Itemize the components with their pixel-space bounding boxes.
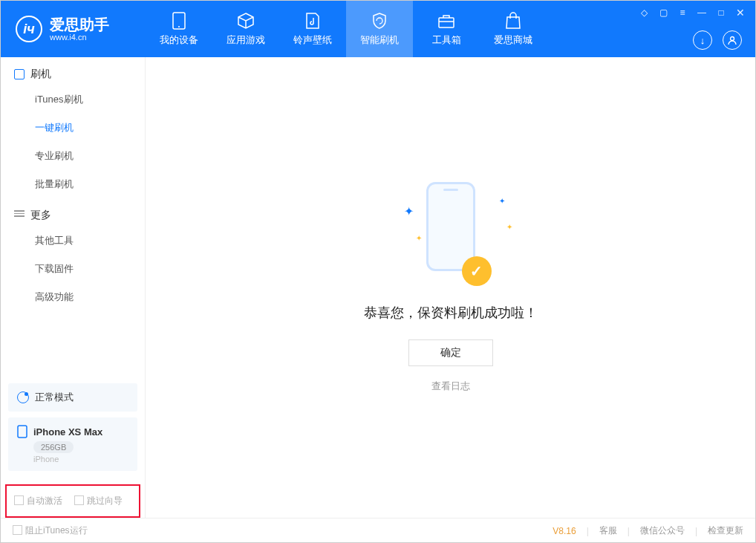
svg-point-3 — [731, 37, 734, 41]
main-content: ✓ ✦✦✦✦ 恭喜您，保资料刷机成功啦！ 确定 查看日志 — [146, 57, 755, 518]
logo-area: iч 爱思助手 www.i4.cn — [1, 16, 146, 42]
tab-store[interactable]: 爱思商城 — [480, 1, 547, 57]
sidebar-item-itunes-flash[interactable]: iTunes刷机 — [1, 85, 145, 114]
menu-icon[interactable]: ≡ — [677, 7, 688, 18]
cube-icon — [236, 11, 255, 30]
footer: 阻止iTunes运行 V8.16 | 客服 | 微信公众号 | 检查更新 — [1, 518, 755, 543]
app-title: 爱思助手 — [50, 16, 109, 33]
sidebar-item-other-tools[interactable]: 其他工具 — [1, 227, 145, 255]
nav-tabs: 我的设备 应用游戏 铃声壁纸 智能刷机 工具箱 爱思商城 — [146, 1, 547, 57]
sidebar-item-oneclick-flash[interactable]: 一键刷机 — [1, 114, 145, 142]
check-update-link[interactable]: 检查更新 — [708, 524, 743, 537]
svg-rect-2 — [439, 18, 454, 27]
device-small-icon — [17, 425, 27, 438]
user-button[interactable] — [723, 30, 742, 50]
note-icon[interactable]: ▢ — [657, 7, 669, 18]
tab-ring-wall[interactable]: 铃声壁纸 — [279, 1, 346, 57]
check-badge-icon: ✓ — [462, 256, 492, 286]
mode-icon — [17, 391, 29, 403]
ok-button[interactable]: 确定 — [408, 339, 493, 366]
skip-guide-checkbox[interactable]: 跳过向导 — [74, 495, 123, 507]
maximize-button[interactable]: □ — [715, 7, 727, 18]
wechat-link[interactable]: 微信公众号 — [640, 524, 685, 537]
list-icon — [14, 210, 25, 221]
shirt-icon[interactable]: ◇ — [638, 7, 650, 18]
tab-apps-games[interactable]: 应用游戏 — [212, 1, 279, 57]
success-illustration: ✓ ✦✦✦✦ — [410, 182, 492, 286]
support-link[interactable]: 客服 — [599, 524, 617, 537]
device-name: iPhone XS Max — [33, 426, 102, 438]
toolbox-icon — [437, 11, 456, 30]
storage-badge: 256GB — [33, 441, 74, 453]
bag-icon — [504, 11, 523, 30]
music-file-icon — [303, 11, 322, 30]
minimize-button[interactable]: ― — [696, 7, 708, 18]
section-flash: 刷机 — [1, 57, 145, 85]
sidebar-item-batch-flash[interactable]: 批量刷机 — [1, 170, 145, 198]
svg-point-1 — [178, 26, 180, 27]
view-log-link[interactable]: 查看日志 — [431, 380, 470, 393]
sidebar: 刷机 iTunes刷机 一键刷机 专业刷机 批量刷机 更多 其他工具 下载固件 … — [1, 57, 146, 518]
download-button[interactable]: ↓ — [693, 30, 712, 50]
tab-toolbox[interactable]: 工具箱 — [413, 1, 480, 57]
success-message: 恭喜您，保资料刷机成功啦！ — [364, 304, 538, 322]
close-button[interactable]: ✕ — [734, 7, 746, 19]
sidebar-item-advanced[interactable]: 高级功能 — [1, 283, 145, 311]
sidebar-item-download-fw[interactable]: 下载固件 — [1, 255, 145, 283]
window-controls: ◇ ▢ ≡ ― □ ✕ — [638, 7, 746, 19]
phone-small-icon — [14, 69, 25, 79]
options-box: 自动激活 跳过向导 — [5, 484, 140, 518]
mode-label: 正常模式 — [35, 391, 74, 404]
device-icon — [169, 11, 189, 30]
version-label: V8.16 — [553, 526, 576, 536]
device-type: iPhone — [33, 455, 128, 464]
app-subtitle: www.i4.cn — [50, 33, 109, 42]
shield-refresh-icon — [370, 11, 389, 30]
mode-card[interactable]: 正常模式 — [8, 383, 137, 412]
sidebar-item-pro-flash[interactable]: 专业刷机 — [1, 142, 145, 170]
tab-my-device[interactable]: 我的设备 — [146, 1, 212, 57]
block-itunes-checkbox[interactable]: 阻止iTunes运行 — [13, 524, 88, 537]
svg-rect-4 — [18, 426, 27, 438]
device-card[interactable]: iPhone XS Max 256GB iPhone — [8, 417, 137, 471]
tab-smart-flash[interactable]: 智能刷机 — [346, 1, 413, 57]
section-more: 更多 — [1, 198, 145, 227]
header: iч 爱思助手 www.i4.cn 我的设备 应用游戏 铃声壁纸 智能刷机 工具… — [1, 1, 755, 57]
auto-activate-checkbox[interactable]: 自动激活 — [14, 495, 62, 507]
app-logo-icon: iч — [16, 16, 42, 42]
